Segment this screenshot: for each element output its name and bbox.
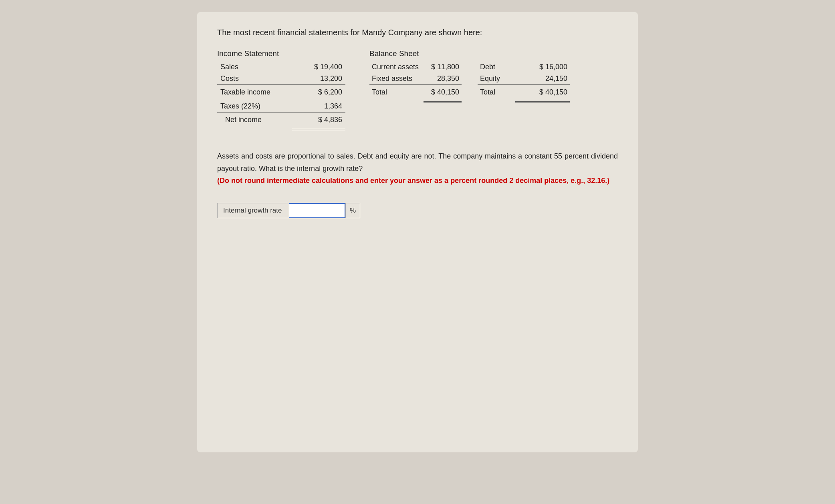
current-assets-value: $ 11,800 — [424, 61, 462, 73]
net-income-underline — [292, 126, 345, 130]
answer-unit: % — [345, 203, 360, 218]
taxable-income-label: Taxable income — [217, 85, 292, 98]
table-row — [217, 126, 345, 130]
bs-assets: Current assets $ 11,800 Fixed assets 28,… — [369, 61, 462, 102]
bs-liabilities: Debt $ 16,000 Equity 24,150 Total $ 40,1… — [478, 61, 570, 102]
table-row: Taxable income $ 6,200 — [217, 85, 345, 98]
intro-text: The most recent financial statements for… — [217, 28, 618, 37]
income-statement-table: Sales $ 19,400 Costs 13,200 Taxable inco… — [217, 61, 345, 130]
net-income-value: $ 4,836 — [292, 112, 345, 126]
total-assets-value: $ 40,150 — [424, 85, 462, 98]
table-row — [369, 98, 462, 102]
net-income-label: Net income — [217, 112, 292, 126]
net-income-underline-label — [217, 126, 292, 130]
taxable-income-value: $ 6,200 — [292, 85, 345, 98]
internal-growth-rate-input[interactable] — [289, 203, 345, 218]
balance-sheet: Balance Sheet Current assets $ 11,800 Fi… — [369, 49, 570, 102]
total-liabilities-underline-label — [478, 98, 515, 102]
equity-value: 24,150 — [515, 73, 570, 85]
equity-label: Equity — [478, 73, 515, 85]
table-row: Fixed assets 28,350 — [369, 73, 462, 85]
fixed-assets-label: Fixed assets — [369, 73, 424, 85]
answer-label: Internal growth rate — [217, 203, 289, 218]
description-text: Assets and costs are proportional to sal… — [217, 150, 618, 187]
sales-value: $ 19,400 — [292, 61, 345, 73]
current-assets-label: Current assets — [369, 61, 424, 73]
costs-value: 13,200 — [292, 73, 345, 85]
bs-wrapper: Current assets $ 11,800 Fixed assets 28,… — [369, 61, 570, 102]
table-row — [478, 98, 570, 102]
income-statement-title: Income Statement — [217, 49, 345, 58]
financial-tables: Income Statement Sales $ 19,400 Costs 13… — [217, 49, 618, 130]
table-row: Costs 13,200 — [217, 73, 345, 85]
table-row: Total $ 40,150 — [478, 85, 570, 98]
debt-value: $ 16,000 — [515, 61, 570, 73]
table-row: Total $ 40,150 — [369, 85, 462, 98]
table-row: Net income $ 4,836 — [217, 112, 345, 126]
page-container: The most recent financial statements for… — [197, 12, 638, 452]
costs-label: Costs — [217, 73, 292, 85]
total-liabilities-underline — [515, 98, 570, 102]
table-row: Equity 24,150 — [478, 73, 570, 85]
total-assets-underline-label — [369, 98, 424, 102]
table-row: Taxes (22%) 1,364 — [217, 98, 345, 112]
description-highlighted: (Do not round intermediate calculations … — [217, 177, 609, 185]
debt-label: Debt — [478, 61, 515, 73]
income-statement: Income Statement Sales $ 19,400 Costs 13… — [217, 49, 345, 130]
description-normal: Assets and costs are proportional to sal… — [217, 152, 618, 173]
sales-label: Sales — [217, 61, 292, 73]
answer-row: Internal growth rate % — [217, 203, 618, 218]
table-row: Current assets $ 11,800 — [369, 61, 462, 73]
bs-liabilities-table: Debt $ 16,000 Equity 24,150 Total $ 40,1… — [478, 61, 570, 102]
bs-assets-table: Current assets $ 11,800 Fixed assets 28,… — [369, 61, 462, 102]
taxes-value: 1,364 — [292, 98, 345, 112]
fixed-assets-value: 28,350 — [424, 73, 462, 85]
taxes-label: Taxes (22%) — [217, 98, 292, 112]
total-assets-underline — [424, 98, 462, 102]
table-row: Debt $ 16,000 — [478, 61, 570, 73]
total-liabilities-label: Total — [478, 85, 515, 98]
table-row: Sales $ 19,400 — [217, 61, 345, 73]
total-assets-label: Total — [369, 85, 424, 98]
balance-sheet-title: Balance Sheet — [369, 49, 570, 58]
total-liabilities-value: $ 40,150 — [515, 85, 570, 98]
